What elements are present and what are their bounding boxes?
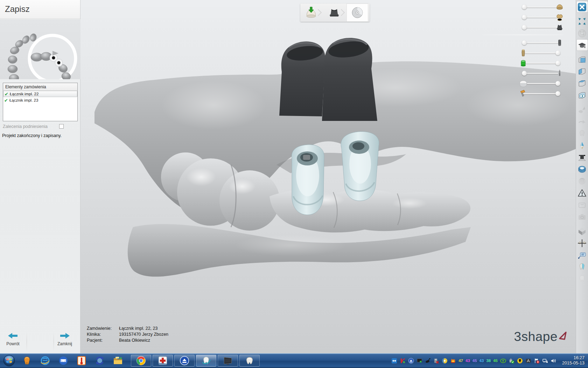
- device-error-icon[interactable]: [433, 358, 439, 364]
- abutment-23[interactable]: [341, 131, 379, 201]
- anatomy-layer-slider[interactable]: [521, 12, 562, 22]
- screw-layer-slider[interactable]: [521, 38, 562, 48]
- sync-app-icon[interactable]: [94, 355, 105, 366]
- implant-ring-layer-slider[interactable]: [521, 58, 562, 68]
- slider-knob[interactable]: [522, 71, 527, 76]
- tooth-preview-icon[interactable]: [577, 128, 588, 139]
- gold-abutment-layer-slider[interactable]: [521, 48, 562, 58]
- measure-tape-icon[interactable]: [577, 164, 588, 175]
- temp-reading[interactable]: 45: [493, 359, 498, 363]
- nvidia-icon[interactable]: [500, 358, 506, 364]
- temp-reading[interactable]: 43: [465, 359, 470, 363]
- arch-preview-graphic: [0, 19, 80, 79]
- shade-tooth-icon[interactable]: [577, 140, 588, 151]
- sculpt-move-icon[interactable]: [577, 116, 588, 127]
- order-item-22[interactable]: ✔ Łącznik impl. 22: [3, 91, 77, 97]
- chrome-taskbar-button[interactable]: [131, 355, 151, 367]
- fit-view-icon[interactable]: [577, 16, 588, 27]
- order-item-label: Łącznik impl. 22: [10, 92, 38, 96]
- dental-arch-overview[interactable]: [0, 19, 80, 79]
- core-temp-icon[interactable]: [76, 355, 87, 366]
- solid-cube-icon[interactable]: [577, 226, 588, 237]
- monitor-icon: [223, 356, 233, 366]
- occlusion-axis-icon[interactable]: [577, 238, 588, 248]
- volume-icon[interactable]: [551, 358, 556, 364]
- zalecenia-label: Zalecenia podniesienia: [3, 124, 48, 129]
- slider-knob[interactable]: [555, 50, 560, 55]
- alert-utility-icon[interactable]: [517, 358, 523, 364]
- dental-designer-taskbar-button[interactable]: [196, 355, 216, 367]
- crown-layer-slider[interactable]: [521, 2, 562, 12]
- workflow-toolbar: [300, 4, 370, 22]
- abutment-22[interactable]: [292, 145, 324, 215]
- temp-reading[interactable]: 45: [472, 359, 477, 363]
- kaspersky-icon[interactable]: [400, 358, 406, 364]
- temp-reading[interactable]: 47: [458, 359, 463, 363]
- graphics-utility-icon[interactable]: [525, 358, 531, 364]
- satellite-icon[interactable]: [425, 358, 431, 364]
- save-export-step[interactable]: [346, 4, 368, 22]
- analog-disc-layer-slider[interactable]: [521, 79, 562, 89]
- temp-reading[interactable]: 38: [486, 359, 491, 363]
- tooth-single-icon[interactable]: [577, 273, 588, 284]
- burn-disc-icon[interactable]: [577, 28, 588, 39]
- view-cube-corner-icon[interactable]: [577, 66, 588, 77]
- file-manager-icon[interactable]: [113, 355, 123, 366]
- taskbar-clock[interactable]: 16:27 2015-05-13: [559, 355, 584, 366]
- warning-icon[interactable]: [577, 188, 588, 198]
- dental-scan-scene: [80, 0, 576, 353]
- control-tray-icon[interactable]: [577, 199, 588, 210]
- thunderbird-icon[interactable]: [58, 355, 69, 366]
- antispyware-icon[interactable]: [442, 358, 448, 364]
- pin-layer-slider[interactable]: [521, 68, 562, 79]
- slider-knob[interactable]: [522, 15, 527, 20]
- marker-layer-slider[interactable]: [521, 89, 562, 99]
- order-label: Zamówienie:: [87, 326, 119, 332]
- internet-explorer-icon[interactable]: [40, 355, 50, 366]
- annotation-note-icon[interactable]: [577, 250, 588, 260]
- slider-knob[interactable]: [522, 40, 527, 45]
- snapshot-camera-icon[interactable]: [577, 211, 588, 222]
- eject-tray-icon[interactable]: [408, 358, 414, 364]
- display-utility-icon[interactable]: [416, 358, 422, 364]
- usb-safe-remove-icon[interactable]: [509, 358, 514, 364]
- slider-knob[interactable]: [522, 25, 527, 30]
- network-icon[interactable]: [542, 358, 548, 364]
- logo-arrow-icon: [558, 331, 568, 341]
- 3d-viewport[interactable]: Zamówienie:Łącznik impl. 22, 23 Klinika:…: [80, 0, 576, 353]
- start-button[interactable]: [0, 353, 18, 368]
- close-icon[interactable]: [577, 1, 588, 12]
- model-platform-icon[interactable]: [577, 152, 588, 163]
- action-center-flag-icon[interactable]: [534, 358, 540, 364]
- dark-abutment-layer-slider[interactable]: [521, 22, 562, 33]
- dental-manager-taskbar-button[interactable]: [153, 355, 173, 367]
- slider-knob[interactable]: [522, 5, 527, 9]
- slider-knob[interactable]: [555, 91, 560, 96]
- scan-bodies[interactable]: [279, 38, 377, 121]
- slider-knob[interactable]: [555, 61, 560, 66]
- close-button[interactable]: Zamknij: [52, 332, 77, 352]
- temp-reading[interactable]: 43: [479, 359, 484, 363]
- pin-layer-icon: [555, 69, 564, 77]
- zalecenia-checkbox[interactable]: [59, 124, 64, 129]
- tooth-swoosh-icon: [201, 356, 211, 366]
- teamviewer-icon[interactable]: [391, 358, 397, 364]
- face-scan-icon[interactable]: [577, 176, 588, 186]
- slider-knob[interactable]: [555, 81, 560, 86]
- sculpt-add-icon[interactable]: [577, 104, 588, 115]
- speedfan-flame-icon[interactable]: [450, 358, 456, 364]
- eject-icon: [180, 356, 189, 366]
- tooth-compare-icon[interactable]: [577, 261, 588, 272]
- view-visibility-icon[interactable]: [577, 90, 588, 101]
- dental-system-taskbar-button[interactable]: [239, 355, 260, 367]
- view-cube-front-icon[interactable]: [577, 54, 588, 65]
- eject-tool-taskbar-button[interactable]: [174, 355, 195, 367]
- tutorial-cap-icon[interactable]: [577, 40, 588, 50]
- marker-layer-icon: [519, 89, 527, 98]
- view-cube-top-icon[interactable]: [577, 78, 588, 89]
- remote-screen-taskbar-button[interactable]: [218, 355, 238, 367]
- back-button[interactable]: Powrót: [1, 332, 25, 352]
- order-item-23[interactable]: ✔ Łącznik impl. 23: [3, 97, 77, 103]
- dental-tooth-app-icon[interactable]: [22, 355, 32, 366]
- dark-abutment-layer-icon: [555, 23, 564, 32]
